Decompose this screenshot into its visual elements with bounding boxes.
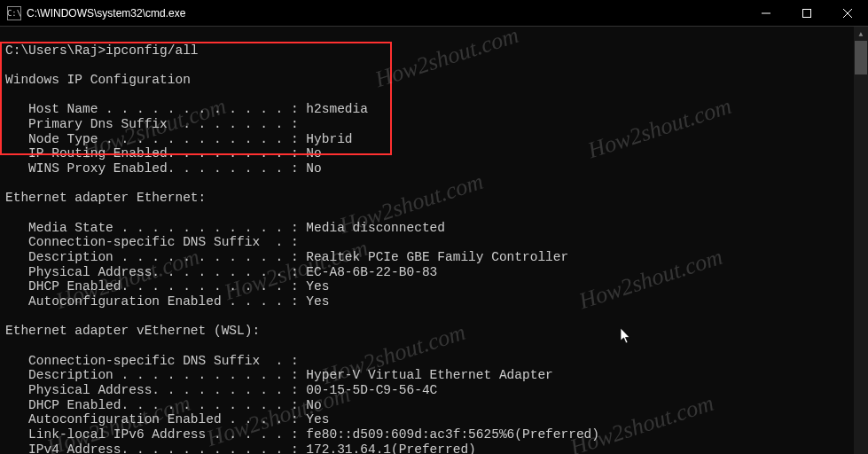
output-line: Primary Dns Suffix . . . . . . . :	[5, 117, 299, 131]
window-controls	[746, 0, 868, 26]
window-title: C:\WINDOWS\system32\cmd.exe	[27, 7, 185, 20]
output-line: Connection-specific DNS Suffix . :	[5, 235, 299, 249]
console-output[interactable]: C:\Users\Raj>ipconfig/all Windows IP Con…	[0, 27, 868, 454]
minimize-button[interactable]	[746, 0, 786, 26]
titlebar-left: C:\ C:\WINDOWS\system32\cmd.exe	[0, 6, 185, 20]
close-button[interactable]	[827, 0, 868, 26]
svg-rect-1	[803, 9, 811, 17]
output-line: Link-local IPv6 Address . . . . . : fe80…	[5, 427, 599, 442]
output-line: Media State . . . . . . . . . . . : Medi…	[5, 221, 445, 235]
output-line: Autoconfiguration Enabled . . . . : Yes	[5, 294, 329, 309]
vertical-scrollbar[interactable]: ▲	[854, 27, 868, 454]
scroll-thumb[interactable]	[855, 41, 867, 74]
output-line: Description . . . . . . . . . . . : Real…	[5, 250, 568, 264]
output-line: Node Type . . . . . . . . . . . . : Hybr…	[5, 132, 353, 146]
maximize-button[interactable]	[786, 0, 827, 26]
output-line: DHCP Enabled. . . . . . . . . . . : Yes	[5, 279, 329, 294]
scroll-up-arrow-icon[interactable]: ▲	[854, 27, 868, 41]
output-line: Host Name . . . . . . . . . . . . : h2sm…	[5, 102, 368, 116]
section-header-ethernet: Ethernet adapter Ethernet:	[5, 191, 206, 205]
output-line: WINS Proxy Enabled. . . . . . . . : No	[5, 161, 322, 176]
section-header-ipconfig: Windows IP Configuration	[5, 73, 191, 87]
window-titlebar: C:\ C:\WINDOWS\system32\cmd.exe	[0, 0, 868, 27]
output-line: Connection-specific DNS Suffix . :	[5, 354, 299, 368]
section-header-vethernet: Ethernet adapter vEthernet (WSL):	[5, 324, 260, 338]
output-line: DHCP Enabled. . . . . . . . . . . : No	[5, 398, 322, 412]
output-line: Physical Address. . . . . . . . . : 00-1…	[5, 383, 437, 397]
output-line: Autoconfiguration Enabled . . . . : Yes	[5, 412, 329, 427]
output-line: Description . . . . . . . . . . . : Hype…	[5, 368, 553, 382]
output-line: Physical Address. . . . . . . . . : EC-A…	[5, 265, 437, 279]
output-line: IP Routing Enabled. . . . . . . . : No	[5, 146, 322, 160]
cmd-icon: C:\	[7, 6, 21, 20]
prompt-line: C:\Users\Raj>ipconfig/all	[5, 43, 199, 58]
output-line: IPv4 Address. . . . . . . . . . . : 172.…	[5, 442, 476, 454]
